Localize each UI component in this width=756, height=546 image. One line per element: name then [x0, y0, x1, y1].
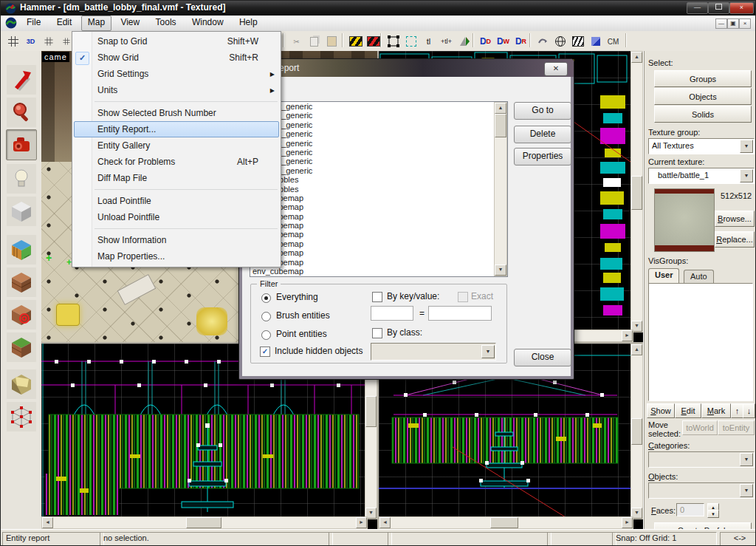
menu-item-show-information[interactable]: Show Information	[72, 232, 281, 248]
scroll-thumb[interactable]	[495, 114, 506, 137]
filter-brush-radio[interactable]	[261, 312, 271, 321]
by-class-label[interactable]: By class:	[387, 327, 422, 338]
menu-item-diff-map-file[interactable]: Diff Map File	[72, 170, 281, 186]
viewport-label[interactable]: came	[42, 52, 69, 62]
globe-icon[interactable]	[551, 33, 569, 50]
overlay-tool-icon[interactable]	[6, 332, 37, 363]
list-item[interactable]: env_cubemap	[250, 202, 507, 211]
scroll-right-icon[interactable]: ►	[622, 330, 633, 341]
list-item[interactable]: env_cubemap	[250, 248, 507, 257]
restore-button[interactable]	[708, 2, 729, 14]
by-keyvalue-checkbox[interactable]	[372, 292, 382, 302]
run-dd-icon[interactable]: DD	[476, 33, 495, 50]
list-item[interactable]: ambient_generic	[250, 102, 507, 111]
scroll-left-icon[interactable]: ◄	[379, 517, 391, 528]
scroll-right-icon[interactable]: ►	[356, 517, 367, 528]
current-texture-select[interactable]: battle/battle_1▼	[648, 168, 755, 184]
menu-item-load-pointfile[interactable]: Load Pointfile	[72, 193, 281, 209]
mdi-restore-icon[interactable]: ▣	[727, 18, 739, 29]
select-groups-button[interactable]: Groups	[654, 70, 752, 87]
menu-item-snap-to-grid[interactable]: Snap to GridShift+W	[72, 33, 281, 50]
displacement-icon[interactable]	[533, 33, 551, 50]
replace-button[interactable]: Replace...	[715, 231, 755, 248]
delete-button[interactable]: Delete	[514, 126, 571, 143]
goto-button[interactable]: Go to	[514, 102, 571, 120]
menu-item-entity-report[interactable]: Entity Report...	[74, 121, 279, 137]
vertex-tool-icon[interactable]	[6, 401, 37, 432]
texture-scale-lock-icon[interactable]: +tl+	[437, 33, 456, 50]
vscrollbar[interactable]: ▲ ▼	[630, 344, 643, 519]
move-up-icon[interactable]: ↑	[731, 403, 743, 418]
entity-tool-icon[interactable]	[6, 163, 37, 194]
list-vscrollbar[interactable]: ▲ ▼	[494, 102, 507, 276]
apply-texture-tool-icon[interactable]	[6, 267, 37, 298]
menu-map[interactable]: Map	[81, 16, 111, 31]
blend-icon[interactable]	[586, 33, 605, 50]
scroll-thumb[interactable]	[365, 396, 377, 427]
list-item[interactable]: ambient_generic	[250, 148, 507, 157]
browse-button[interactable]: Browse...	[715, 211, 755, 227]
toggle-group-ignore-icon[interactable]	[384, 33, 402, 50]
vscrollbar[interactable]: ▲ ▼	[630, 51, 643, 332]
filter-brush-label[interactable]: Brush entities	[276, 310, 330, 321]
filter-everything-radio[interactable]	[261, 293, 271, 303]
grid-3d-icon[interactable]: 3D	[21, 33, 40, 50]
grid-smaller-icon[interactable]	[39, 33, 58, 50]
scroll-right-icon[interactable]: ►	[622, 517, 633, 528]
list-item[interactable]: env_cubemap	[250, 267, 507, 276]
visgroups-list[interactable]	[648, 283, 753, 401]
hatch-icon[interactable]	[568, 33, 587, 50]
visgroup-show-button[interactable]: Show	[647, 403, 675, 418]
filter-point-radio[interactable]	[261, 330, 271, 340]
clipping-tool-icon[interactable]	[6, 369, 37, 400]
scroll-thumb[interactable]	[631, 418, 642, 445]
list-item[interactable]: env_cubemap	[250, 239, 507, 248]
menu-item-map-properties[interactable]: Map Properties...	[72, 248, 281, 265]
menu-item-entity-gallery[interactable]: Entity Gallery	[72, 137, 281, 154]
chevron-down-icon[interactable]: ▼	[740, 169, 753, 182]
list-item[interactable]: ambient_generic	[250, 129, 507, 138]
menu-item-check-for-problems[interactable]: Check for ProblemsAlt+P	[72, 154, 281, 170]
include-hidden-label[interactable]: Include hidden objects	[275, 346, 362, 356]
magnify-tool-icon[interactable]	[6, 97, 37, 128]
list-item[interactable]: env_bubbles	[250, 175, 507, 184]
list-item[interactable]: env_bubbles	[250, 185, 507, 194]
texture-group-select[interactable]: All Textures▼	[648, 138, 755, 154]
list-item[interactable]: env_cubemap	[250, 212, 507, 221]
grid-toggle-icon[interactable]	[4, 33, 22, 50]
menu-help[interactable]: Help	[233, 16, 264, 30]
by-class-checkbox[interactable]	[372, 328, 382, 338]
scroll-thumb[interactable]	[490, 517, 518, 528]
scroll-up-icon[interactable]: ▲	[631, 344, 642, 355]
menu-view[interactable]: View	[114, 16, 146, 30]
apply-decal-tool-icon[interactable]	[6, 299, 37, 330]
block-tool-icon[interactable]	[6, 196, 37, 227]
filter-point-label[interactable]: Point entities	[276, 329, 327, 339]
dialog-close-button[interactable]: Close	[514, 349, 571, 366]
properties-button[interactable]: Properties	[514, 148, 571, 165]
hscrollbar[interactable]: ◄ ►	[41, 516, 368, 529]
list-item[interactable]: env_cubemap	[250, 258, 507, 267]
scroll-up-icon[interactable]: ▲	[631, 52, 642, 63]
scroll-thumb[interactable]	[186, 517, 221, 528]
run-dr-icon[interactable]: DR	[512, 33, 530, 50]
include-hidden-checkbox[interactable]: ✓	[260, 347, 270, 357]
visgroup-edit-button[interactable]: Edit	[675, 403, 701, 418]
spinner-down-icon[interactable]: ▼	[707, 510, 719, 518]
scroll-up-icon[interactable]: ▲	[495, 103, 506, 114]
entity-list[interactable]: ambient_generic ambient_generic ambient_…	[250, 101, 508, 277]
menu-item-show-selected-brush-number[interactable]: Show Selected Brush Number	[72, 105, 281, 121]
hscrollbar[interactable]: ◄ ►	[379, 516, 633, 529]
camera-tool-icon[interactable]	[6, 129, 37, 160]
texture-lock-icon[interactable]: tl	[419, 33, 438, 50]
menu-item-unload-pointfile[interactable]: Unload Pointfile	[72, 209, 281, 225]
menu-file[interactable]: File	[20, 16, 47, 30]
visgroup-mark-button[interactable]: Mark	[701, 403, 731, 418]
create-prefab-button[interactable]: Create Prefab	[654, 522, 752, 529]
carve-hazard-icon[interactable]	[346, 33, 365, 50]
menu-edit[interactable]: Edit	[50, 16, 79, 30]
list-item[interactable]: ambient_generic	[250, 111, 507, 120]
list-item[interactable]: ambient_generic	[250, 166, 507, 175]
list-item[interactable]: env_cubemap	[250, 230, 507, 239]
cm-icon[interactable]: CM	[604, 33, 622, 50]
